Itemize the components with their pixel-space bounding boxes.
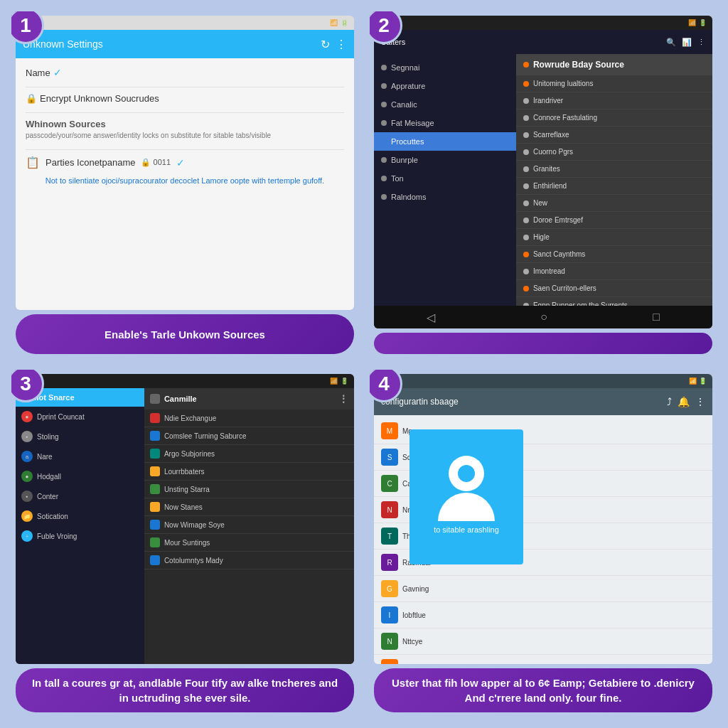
sidebar-fat-meisage[interactable]: Fat Meisage — [374, 114, 516, 132]
s3-r-item-6[interactable]: Now Stanes — [144, 498, 354, 516]
s3-r-dot-7 — [150, 520, 160, 530]
s3-more-icon[interactable]: ⋮ — [338, 393, 348, 405]
nav-recents-btn[interactable]: □ — [653, 311, 660, 323]
sidebar-dot-6 — [381, 157, 387, 163]
s4-overlay: to sitable arashling — [410, 429, 523, 564]
s3-left-panel: Abmot Snarce ●Dprint Councat ▪Stoling aN… — [16, 388, 144, 664]
sidebar-bunrple[interactable]: Bunrple — [374, 151, 516, 169]
s3-item-nare[interactable]: aNare — [16, 446, 144, 466]
s4-toolbar: configurartin sbaage ⤴ 🔔 ⋮ — [374, 388, 712, 415]
step-3-screen: 📶🔋 Abmot Snarce ●Dprint Councat ▪Stoling… — [16, 374, 354, 664]
s2-dot-1 — [523, 81, 529, 87]
s3-dot-6: 📁 — [21, 510, 33, 522]
s1-name-check: ✓ — [53, 67, 62, 78]
s1-encrypt-icon: 🔒 — [26, 93, 37, 104]
s4-icon-7: G — [381, 580, 398, 597]
s2-menu-item-6[interactable]: Granites — [516, 161, 712, 178]
s4-avatar-head — [449, 456, 484, 491]
s3-dot-1: ● — [21, 411, 33, 422]
s3-r-dot-5 — [150, 484, 160, 494]
sidebar-segnnai[interactable]: Segnnai — [374, 58, 516, 77]
s2-menu-item-5[interactable]: Cuorno Pgrs — [516, 144, 712, 161]
s2-dot-10 — [523, 235, 529, 240]
s2-sidebar: Segnnai Apprature Canalic Fat Meisage — [374, 54, 516, 306]
s1-parties-label: Parties Iconetpaname — [46, 157, 135, 168]
s4-more-icon[interactable]: ⋮ — [695, 396, 705, 407]
step-4-cell: 4 📶 🔋 configurartin sbaage ⤴ 🔔 ⋮ MMgage … — [370, 370, 717, 717]
s2-dot-5 — [523, 149, 529, 155]
s2-dot-11 — [523, 252, 529, 257]
s3-header-icon — [150, 394, 160, 404]
s4-share-icon[interactable]: ⤴ — [667, 396, 672, 407]
s2-menu-item-12[interactable]: Imontread — [516, 263, 712, 280]
s1-unknown-title: Whinown Sources — [26, 119, 344, 129]
s2-menu-item-1[interactable]: Unitoming lualtions — [516, 75, 712, 92]
s3-r-dot-8 — [150, 537, 160, 547]
s3-dot-3: a — [21, 451, 33, 462]
s3-item-dprint[interactable]: ●Dprint Councat — [16, 407, 144, 427]
sidebar-dot-5 — [381, 139, 387, 144]
s4-notif-icon[interactable]: 🔔 — [678, 396, 690, 407]
s2-menu-item-3[interactable]: Connore Fastulating — [516, 109, 712, 127]
s2-menu-header: Rowrude Bday Source — [516, 54, 712, 75]
s2-dot-2 — [523, 98, 529, 104]
sidebar-canalic[interactable]: Canalic — [374, 95, 516, 114]
s2-dot-12 — [523, 269, 529, 274]
s4-item-nttcye[interactable]: NNttcye — [374, 628, 712, 655]
s1-refresh-icon[interactable]: ↻ — [321, 38, 330, 51]
s3-dot-7: + — [21, 530, 33, 542]
step-4-caption: Uster that fih low apper al to 6¢ Eamp; … — [374, 668, 712, 712]
s4-item-nawy[interactable]: NNawy Ituml — [374, 655, 712, 664]
sidebar-torm[interactable]: Ton — [374, 169, 516, 188]
nav-back-btn[interactable]: ◁ — [427, 311, 435, 324]
sidebar-dot-1 — [381, 65, 387, 70]
s3-item-conter[interactable]: ▪Conter — [16, 486, 144, 506]
step-4-screen: 📶 🔋 configurartin sbaage ⤴ 🔔 ⋮ MMgage SS… — [374, 374, 712, 664]
s1-parties-check: ✓ — [176, 157, 185, 168]
s2-menu-item-11[interactable]: Sanct Caynthms — [516, 246, 712, 263]
s1-more-icon[interactable]: ⋮ — [336, 38, 347, 51]
s2-menu-item-10[interactable]: Higle — [516, 229, 712, 246]
s4-item-gavning[interactable]: GGavning — [374, 576, 712, 602]
s2-bar-icon[interactable]: 📊 — [682, 38, 692, 47]
s3-item-stoling[interactable]: ▪Stoling — [16, 427, 144, 446]
s1-parties-value: 🔒 0011 — [141, 158, 171, 167]
sidebar-apprature[interactable]: Apprature — [374, 77, 516, 95]
s3-right-header: Canmille ⋮ — [144, 388, 354, 410]
s3-r-item-8[interactable]: Mour Suntings — [144, 534, 354, 552]
s2-main: Rowrude Bday Source Unitoming lualtions … — [516, 54, 712, 306]
step-1-screen: 📶🔋 Unknown Settings ↻ ⋮ Name ✓ � — [16, 16, 354, 310]
s2-menu-item-14[interactable]: Egnn Runner om the Surrents — [516, 297, 712, 306]
sidebar-ralndoms[interactable]: Ralndoms — [374, 188, 516, 206]
sidebar-procuttes[interactable]: Procuttes — [374, 132, 516, 151]
s3-dot-2: ▪ — [21, 431, 33, 442]
step-3-cell: 3 📶🔋 Abmot Snarce ●Dprint Councat ▪Stoli… — [11, 370, 358, 717]
s2-menu-item-7[interactable]: Enthirliend — [516, 178, 712, 195]
s2-menu-item-13[interactable]: Saen Curriton-ellers — [516, 280, 712, 297]
s3-r-item-3[interactable]: Argo Subjorines — [144, 445, 354, 463]
s3-r-item-2[interactable]: Comslee Turning Saburce — [144, 427, 354, 445]
s3-r-item-1[interactable]: Ndie Exchangue — [144, 410, 354, 427]
s3-r-item-7[interactable]: Now Wimage Soye — [144, 516, 354, 534]
s2-menu-item-8[interactable]: New — [516, 195, 712, 212]
s2-menu-item-4[interactable]: Scarreflaxe — [516, 127, 712, 144]
s2-search-icon[interactable]: 🔍 — [666, 38, 676, 47]
s4-icon-9: N — [381, 633, 398, 650]
s3-dot-4: ● — [21, 471, 33, 482]
s2-menu-item-9[interactable]: Doroe Emtrsgef — [516, 212, 712, 229]
s2-more-icon[interactable]: ⋮ — [697, 38, 705, 47]
nav-home-btn[interactable]: ○ — [540, 311, 547, 323]
sidebar-dot-3 — [381, 102, 387, 107]
s4-item-iobft[interactable]: IIobftlue — [374, 602, 712, 628]
s3-item-sotication[interactable]: 📁Sotication — [16, 506, 144, 526]
s3-r-dot-3 — [150, 449, 160, 459]
s2-menu-item-2[interactable]: Irandriver — [516, 92, 712, 109]
s3-r-item-9[interactable]: Cotolumntys Mady — [144, 552, 354, 569]
s3-item-fuble[interactable]: +Fuble Vroing — [16, 526, 144, 546]
s1-name-label: Name — [26, 68, 50, 78]
s3-r-item-5[interactable]: Unsting Starra — [144, 481, 354, 498]
sidebar-dot-4 — [381, 120, 387, 126]
s3-r-item-4[interactable]: Lourrbbaters — [144, 463, 354, 481]
s3-item-hodgall[interactable]: ●Hodgall — [16, 466, 144, 486]
s1-link-text[interactable]: Not to silentiate ojoci/supracourator de… — [26, 175, 344, 188]
